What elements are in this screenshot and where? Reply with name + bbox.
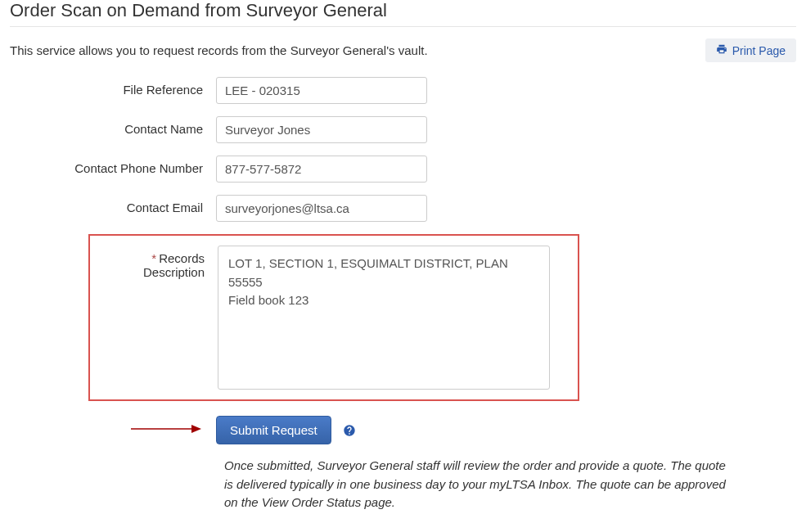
- submit-help-text: Once submitted, Surveyor General staff w…: [224, 457, 732, 512]
- divider: [10, 26, 796, 27]
- print-page-button[interactable]: Print Page: [705, 38, 796, 62]
- contact-email-input[interactable]: [216, 195, 427, 222]
- help-icon[interactable]: [343, 424, 356, 437]
- records-description-textarea[interactable]: LOT 1, SECTION 1, ESQUIMALT DISTRICT, PL…: [218, 246, 550, 390]
- required-mark: *: [151, 251, 156, 265]
- print-icon: [716, 43, 727, 57]
- contact-phone-label: Contact Phone Number: [10, 156, 216, 175]
- svg-marker-1: [191, 425, 201, 433]
- contact-phone-input[interactable]: [216, 156, 427, 183]
- submit-request-button[interactable]: Submit Request: [216, 416, 331, 444]
- file-reference-input[interactable]: [216, 77, 427, 104]
- records-description-label: *Records Description: [90, 246, 218, 279]
- print-page-label: Print Page: [732, 44, 786, 57]
- contact-email-label: Contact Email: [10, 195, 216, 214]
- contact-name-label: Contact Name: [10, 116, 216, 136]
- file-reference-label: File Reference: [10, 77, 216, 97]
- contact-name-input[interactable]: [216, 116, 427, 143]
- page-title: Order Scan on Demand from Surveyor Gener…: [10, 0, 796, 21]
- arrow-right-icon: [129, 423, 203, 437]
- intro-text: This service allows you to request recor…: [10, 43, 428, 57]
